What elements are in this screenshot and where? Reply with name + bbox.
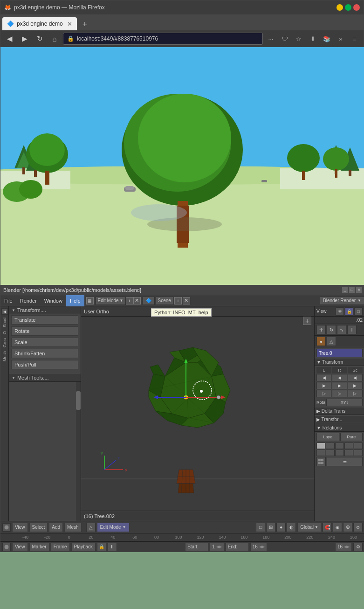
rp-object-icon[interactable]: ●	[316, 337, 326, 346]
shading-solid-btn[interactable]: □	[256, 523, 265, 532]
onion-btn[interactable]: ⦿	[343, 523, 352, 532]
workspace-dropdown[interactable]: Edit Mode ▼	[96, 297, 126, 305]
back-button[interactable]: ◀	[3, 32, 16, 45]
rp-layer-icon-2[interactable]: ☰	[327, 457, 363, 466]
more-button[interactable]: ···	[265, 33, 277, 45]
menu-button[interactable]: ≡	[349, 33, 361, 45]
blender-maximize-btn[interactable]: □	[349, 287, 355, 293]
rp-mesh-icon[interactable]: △	[327, 337, 336, 346]
timeline-marker-btn[interactable]: Marker	[29, 543, 49, 551]
blender-minimize-btn[interactable]: _	[342, 287, 348, 293]
close-window-button[interactable]	[353, 4, 360, 11]
sc-value-btn[interactable]: ◀	[348, 374, 363, 381]
push-pull-button[interactable]: Push/Pull	[11, 360, 78, 369]
extensions-button[interactable]: »	[335, 33, 347, 45]
shield-button[interactable]: 🛡	[279, 33, 291, 45]
home-button[interactable]: ⌂	[48, 32, 61, 45]
scene-field[interactable]: Scene	[156, 297, 173, 305]
select-toolbar-btn[interactable]: Select	[29, 523, 48, 532]
menu-item-file[interactable]: File	[0, 295, 16, 306]
blender-close-btn[interactable]: ✕	[356, 287, 362, 293]
scene-icon[interactable]: 🔷	[143, 297, 155, 305]
scene-add-btn[interactable]: +	[174, 297, 182, 304]
layer-cell-7[interactable]	[326, 450, 335, 456]
rotate-button[interactable]: Rotate	[11, 326, 78, 336]
global-btn[interactable]: Global ▼	[297, 523, 321, 532]
mesh-toolbar-btn[interactable]: Mesh	[64, 523, 81, 532]
download-button[interactable]: ⬇	[307, 33, 319, 45]
edit-mode-btn[interactable]: Edit Mode ▼	[97, 523, 130, 532]
shading-material-btn[interactable]: ◐	[287, 523, 296, 532]
proportional-btn[interactable]: ◉	[333, 523, 342, 532]
rp-eye-icon[interactable]: 👁	[336, 307, 344, 316]
left-panel-scrollbar[interactable]	[76, 382, 81, 521]
laye-tab[interactable]: Laye	[316, 433, 339, 441]
browser-tab[interactable]: 🔷 px3d engine demo ✕	[2, 17, 77, 30]
render-engine-dropdown[interactable]: Blender Render ▼	[320, 297, 364, 305]
shading-wire-btn[interactable]: ⊞	[266, 523, 275, 532]
end-frame-field[interactable]: 16 ◀▶	[250, 543, 267, 551]
timeline-view-btn[interactable]: View	[12, 543, 28, 551]
view-toolbar-btn[interactable]: View	[12, 523, 28, 532]
library-button[interactable]: 📚	[321, 33, 333, 45]
add-toolbar-btn[interactable]: Add	[49, 523, 63, 532]
layer-cell-2[interactable]	[326, 443, 335, 449]
r-value-btn[interactable]: ◀	[332, 374, 347, 381]
strip-toggle[interactable]: ◀	[1, 308, 8, 315]
address-bar[interactable]: 🔒 localhost:3449/#8838776510976	[63, 33, 263, 45]
menu-item-render[interactable]: Render	[16, 295, 41, 306]
rotation-value-btn[interactable]: XY↕	[326, 399, 363, 406]
tab-close-button[interactable]: ✕	[67, 21, 72, 28]
timeline-settings-btn[interactable]: ⚙	[353, 543, 363, 551]
workspace-remove-btn[interactable]: ✕	[133, 297, 141, 304]
l-value-btn[interactable]: ◀	[316, 374, 331, 381]
new-tab-button[interactable]: +	[79, 18, 91, 30]
object-name-field[interactable]: Tree.0	[316, 349, 363, 357]
rp-rotate-icon[interactable]: ↻	[327, 325, 336, 334]
toolbar-icon-btn[interactable]	[2, 523, 11, 532]
sc-value2-btn[interactable]: ▶	[348, 382, 363, 389]
rp-cursor-icon[interactable]: ✛	[316, 325, 326, 334]
rp-scale-icon[interactable]: ⤡	[337, 325, 346, 334]
layer-cell-9[interactable]	[344, 450, 353, 456]
start-frame-field[interactable]: 1 ◀▶	[210, 543, 224, 551]
layer-cell-1[interactable]	[316, 443, 325, 449]
timeline-frame-btn[interactable]: Frame	[51, 543, 70, 551]
scene-remove-btn[interactable]: ✕	[183, 297, 190, 304]
rp-layer-icon-1[interactable]	[316, 457, 326, 466]
current-frame-field[interactable]: 16 ◀▶	[335, 543, 352, 551]
menu-item-window[interactable]: Window	[41, 295, 66, 306]
layer-cell-5[interactable]	[354, 443, 363, 449]
layer-cell-6[interactable]	[316, 450, 325, 456]
minimize-button[interactable]	[337, 4, 343, 11]
rp-render-icon[interactable]: □	[354, 307, 363, 316]
timeline-lock-btn[interactable]: 🔒	[97, 543, 106, 551]
layer-cell-3[interactable]	[335, 443, 344, 449]
scrollbar-thumb[interactable]	[76, 391, 81, 410]
translate-button[interactable]: Translate	[11, 315, 78, 325]
r-value3-btn[interactable]: ▷	[332, 390, 347, 397]
shrink-fatten-button[interactable]: Shrink/Fatten	[11, 349, 78, 358]
l-value3-btn[interactable]: ▷	[316, 390, 331, 397]
scale-button[interactable]: Scale	[11, 338, 78, 347]
timeline-icon-btn[interactable]	[2, 543, 11, 551]
rp-transform-icon[interactable]: T	[347, 325, 357, 334]
timeline-playback-btn[interactable]: Playback	[71, 543, 96, 551]
pare-tab[interactable]: Pare	[340, 433, 363, 441]
bookmark-button[interactable]: ☆	[293, 33, 305, 45]
workspace-add-btn[interactable]: +	[126, 297, 133, 304]
timeline-pause-btn[interactable]: ⏸	[108, 543, 117, 551]
layer-cell-10[interactable]	[354, 450, 363, 456]
reload-button[interactable]: ↻	[33, 32, 46, 45]
maximize-button[interactable]	[345, 4, 351, 11]
settings-btn[interactable]: ⚙	[353, 523, 363, 532]
view-add-btn[interactable]: ▦	[86, 297, 94, 304]
r-value2-btn[interactable]: ▶	[332, 382, 347, 389]
l-value2-btn[interactable]: ▶	[316, 382, 331, 389]
shading-rendered-btn[interactable]: ●	[276, 523, 286, 532]
mesh-icon-btn[interactable]: △	[86, 523, 96, 532]
layer-cell-4[interactable]	[344, 443, 353, 449]
right-panel-slider[interactable]: .02	[315, 317, 364, 324]
forward-button[interactable]: ▶	[18, 32, 31, 45]
rp-lock-icon[interactable]: 🔒	[345, 307, 353, 316]
